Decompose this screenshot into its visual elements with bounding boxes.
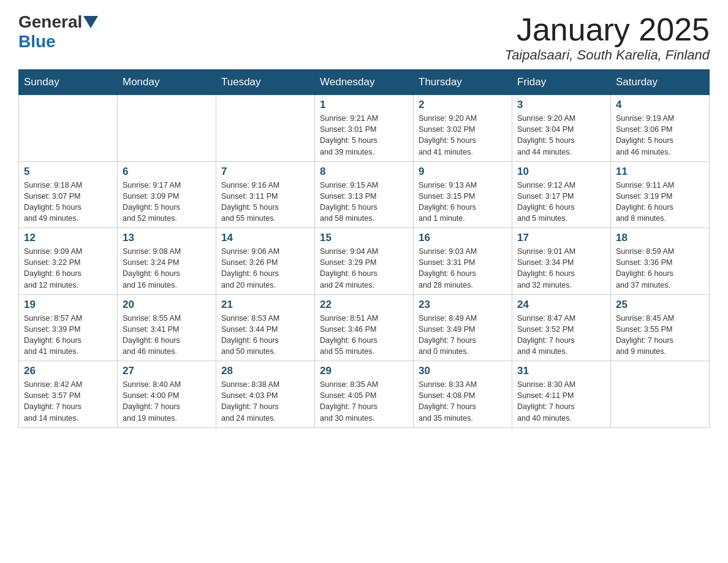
day-number: 14 <box>221 232 309 244</box>
table-row: 16Sunrise: 9:03 AM Sunset: 3:31 PM Dayli… <box>414 228 512 295</box>
location-subtitle: Taipalsaari, South Karelia, Finland <box>505 47 710 63</box>
day-info: Sunrise: 9:03 AM Sunset: 3:31 PM Dayligh… <box>419 246 507 291</box>
day-info: Sunrise: 9:06 AM Sunset: 3:26 PM Dayligh… <box>221 246 309 291</box>
header-saturday: Saturday <box>611 70 710 95</box>
table-row: 2Sunrise: 9:20 AM Sunset: 3:02 PM Daylig… <box>414 95 512 162</box>
table-row: 4Sunrise: 9:19 AM Sunset: 3:06 PM Daylig… <box>611 95 710 162</box>
header-monday: Monday <box>118 70 216 95</box>
table-row: 8Sunrise: 9:15 AM Sunset: 3:13 PM Daylig… <box>315 161 414 228</box>
day-number: 25 <box>616 299 704 311</box>
table-row: 22Sunrise: 8:51 AM Sunset: 3:46 PM Dayli… <box>315 294 414 361</box>
table-row: 20Sunrise: 8:55 AM Sunset: 3:41 PM Dayli… <box>118 294 216 361</box>
day-number: 1 <box>320 99 408 111</box>
day-number: 2 <box>419 99 507 111</box>
day-info: Sunrise: 9:17 AM Sunset: 3:09 PM Dayligh… <box>123 180 211 224</box>
table-row: 26Sunrise: 8:42 AM Sunset: 3:57 PM Dayli… <box>19 361 118 428</box>
table-row: 19Sunrise: 8:57 AM Sunset: 3:39 PM Dayli… <box>19 294 118 361</box>
day-info: Sunrise: 8:38 AM Sunset: 4:03 PM Dayligh… <box>221 379 309 424</box>
day-info: Sunrise: 9:16 AM Sunset: 3:11 PM Dayligh… <box>221 180 309 224</box>
day-number: 8 <box>320 166 408 178</box>
day-number: 11 <box>616 166 704 178</box>
day-info: Sunrise: 9:09 AM Sunset: 3:22 PM Dayligh… <box>24 246 112 291</box>
table-row: 31Sunrise: 8:30 AM Sunset: 4:11 PM Dayli… <box>512 361 611 428</box>
calendar-week-row: 12Sunrise: 9:09 AM Sunset: 3:22 PM Dayli… <box>19 228 710 295</box>
day-info: Sunrise: 9:18 AM Sunset: 3:07 PM Dayligh… <box>24 180 112 224</box>
table-row: 13Sunrise: 9:08 AM Sunset: 3:24 PM Dayli… <box>118 228 216 295</box>
day-info: Sunrise: 8:51 AM Sunset: 3:46 PM Dayligh… <box>320 313 408 358</box>
day-number: 28 <box>221 365 309 377</box>
day-number: 4 <box>616 99 704 111</box>
day-number: 26 <box>24 365 112 377</box>
day-info: Sunrise: 8:45 AM Sunset: 3:55 PM Dayligh… <box>616 313 704 358</box>
table-row: 11Sunrise: 9:11 AM Sunset: 3:19 PM Dayli… <box>611 161 710 228</box>
title-section: January 2025 Taipalsaari, South Karelia,… <box>505 12 710 63</box>
day-info: Sunrise: 9:01 AM Sunset: 3:34 PM Dayligh… <box>517 246 605 291</box>
day-info: Sunrise: 9:21 AM Sunset: 3:01 PM Dayligh… <box>320 113 408 158</box>
table-row: 9Sunrise: 9:13 AM Sunset: 3:15 PM Daylig… <box>414 161 512 228</box>
day-number: 9 <box>419 166 507 178</box>
day-number: 15 <box>320 232 408 244</box>
table-row: 24Sunrise: 8:47 AM Sunset: 3:52 PM Dayli… <box>512 294 611 361</box>
day-number: 3 <box>517 99 605 111</box>
day-info: Sunrise: 8:33 AM Sunset: 4:08 PM Dayligh… <box>419 379 507 424</box>
header-friday: Friday <box>512 70 611 95</box>
day-info: Sunrise: 9:20 AM Sunset: 3:04 PM Dayligh… <box>517 113 605 158</box>
day-info: Sunrise: 8:30 AM Sunset: 4:11 PM Dayligh… <box>517 379 605 424</box>
calendar-week-row: 1Sunrise: 9:21 AM Sunset: 3:01 PM Daylig… <box>19 95 710 162</box>
calendar-week-row: 26Sunrise: 8:42 AM Sunset: 3:57 PM Dayli… <box>19 361 710 428</box>
table-row: 5Sunrise: 9:18 AM Sunset: 3:07 PM Daylig… <box>19 161 118 228</box>
calendar-week-row: 5Sunrise: 9:18 AM Sunset: 3:07 PM Daylig… <box>19 161 710 228</box>
page-header: General Blue January 2025 Taipalsaari, S… <box>18 12 710 63</box>
table-row: 18Sunrise: 8:59 AM Sunset: 3:36 PM Dayli… <box>611 228 710 295</box>
day-number: 30 <box>419 365 507 377</box>
day-info: Sunrise: 8:57 AM Sunset: 3:39 PM Dayligh… <box>24 313 112 358</box>
day-info: Sunrise: 9:08 AM Sunset: 3:24 PM Dayligh… <box>123 246 211 291</box>
table-row: 7Sunrise: 9:16 AM Sunset: 3:11 PM Daylig… <box>216 161 315 228</box>
day-info: Sunrise: 9:11 AM Sunset: 3:19 PM Dayligh… <box>616 180 704 224</box>
table-row: 21Sunrise: 8:53 AM Sunset: 3:44 PM Dayli… <box>216 294 315 361</box>
header-wednesday: Wednesday <box>315 70 414 95</box>
logo-general-text: General <box>18 12 82 32</box>
calendar-header-row: Sunday Monday Tuesday Wednesday Thursday… <box>19 70 710 95</box>
header-thursday: Thursday <box>414 70 512 95</box>
table-row: 25Sunrise: 8:45 AM Sunset: 3:55 PM Dayli… <box>611 294 710 361</box>
day-info: Sunrise: 8:53 AM Sunset: 3:44 PM Dayligh… <box>221 313 309 358</box>
day-number: 5 <box>24 166 112 178</box>
table-row <box>216 95 315 162</box>
table-row: 28Sunrise: 8:38 AM Sunset: 4:03 PM Dayli… <box>216 361 315 428</box>
table-row: 27Sunrise: 8:40 AM Sunset: 4:00 PM Dayli… <box>118 361 216 428</box>
day-number: 12 <box>24 232 112 244</box>
day-info: Sunrise: 8:35 AM Sunset: 4:05 PM Dayligh… <box>320 379 408 424</box>
header-tuesday: Tuesday <box>216 70 315 95</box>
day-number: 31 <box>517 365 605 377</box>
day-info: Sunrise: 8:40 AM Sunset: 4:00 PM Dayligh… <box>123 379 211 424</box>
day-number: 22 <box>320 299 408 311</box>
day-number: 6 <box>123 166 211 178</box>
day-info: Sunrise: 8:47 AM Sunset: 3:52 PM Dayligh… <box>517 313 605 358</box>
table-row <box>19 95 118 162</box>
day-number: 17 <box>517 232 605 244</box>
day-number: 18 <box>616 232 704 244</box>
table-row <box>118 95 216 162</box>
day-number: 10 <box>517 166 605 178</box>
table-row <box>611 361 710 428</box>
day-info: Sunrise: 8:42 AM Sunset: 3:57 PM Dayligh… <box>24 379 112 424</box>
month-title: January 2025 <box>505 12 710 47</box>
table-row: 17Sunrise: 9:01 AM Sunset: 3:34 PM Dayli… <box>512 228 611 295</box>
day-number: 13 <box>123 232 211 244</box>
day-number: 27 <box>123 365 211 377</box>
day-info: Sunrise: 9:04 AM Sunset: 3:29 PM Dayligh… <box>320 246 408 291</box>
table-row: 29Sunrise: 8:35 AM Sunset: 4:05 PM Dayli… <box>315 361 414 428</box>
day-number: 23 <box>419 299 507 311</box>
day-info: Sunrise: 9:20 AM Sunset: 3:02 PM Dayligh… <box>419 113 507 158</box>
day-info: Sunrise: 8:49 AM Sunset: 3:49 PM Dayligh… <box>419 313 507 358</box>
logo-triangle-icon <box>83 16 98 28</box>
table-row: 12Sunrise: 9:09 AM Sunset: 3:22 PM Dayli… <box>19 228 118 295</box>
table-row: 30Sunrise: 8:33 AM Sunset: 4:08 PM Dayli… <box>414 361 512 428</box>
day-info: Sunrise: 9:15 AM Sunset: 3:13 PM Dayligh… <box>320 180 408 224</box>
header-sunday: Sunday <box>19 70 118 95</box>
day-number: 20 <box>123 299 211 311</box>
calendar-table: Sunday Monday Tuesday Wednesday Thursday… <box>18 69 710 428</box>
day-info: Sunrise: 9:13 AM Sunset: 3:15 PM Dayligh… <box>419 180 507 224</box>
day-number: 19 <box>24 299 112 311</box>
